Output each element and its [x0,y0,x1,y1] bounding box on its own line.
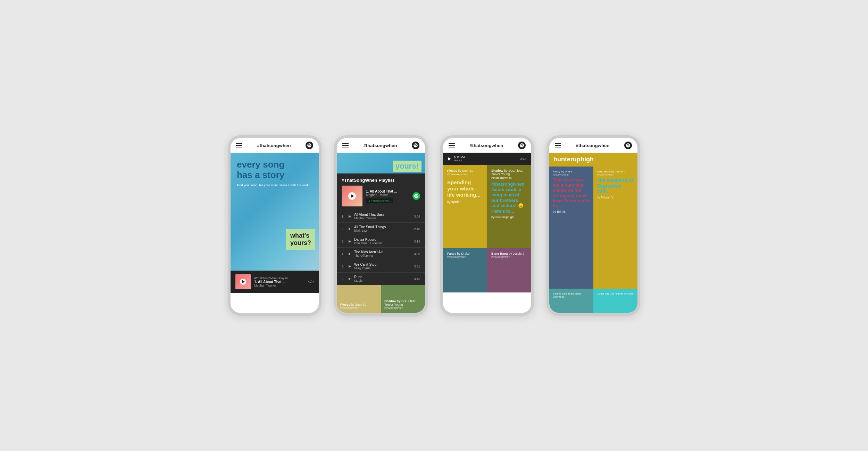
p4-bangbang-label: Bang Bang by Jessie J#thatsongwhen [597,170,634,176]
fancy-tag: #thatsongwhen [447,255,483,258]
phone1-header: #thatsongwhen [231,138,319,153]
whats-yours-text: what's yours? [290,232,311,247]
app-title-1: #thatsongwhen [257,143,291,148]
phone4-grid: Fancy by Drake#thatsongwhen Take Care wa… [549,167,637,313]
phone-4: #thatsongwhen hunteruphigh Fancy by Drak… [546,135,640,316]
track-row-5[interactable]: 5. We Can't Stop Miley Cyrus 3:51 [337,260,425,272]
featured-song: 1. All About That ... [366,189,409,193]
playlist-song-1: 1. All About That ... [254,280,304,284]
phone4-content: hunteruphigh Fancy by Drake#thatsongwhen… [549,153,637,313]
hamburger-menu-1[interactable] [236,143,242,147]
np-song: 6. Rude [454,155,517,159]
featured-play-icon [351,194,354,198]
p4-smells-label: Smells Like Teen Spirit - Boombox [553,292,590,298]
p4-cell-fancy[interactable]: Fancy by Drake#thatsongwhen Take Care wa… [549,167,593,289]
np-info: 6. Rude Magic! [454,155,517,162]
np-play-icon [448,157,451,161]
grid-cell-pieces[interactable]: Pieces by Sum 41#thatsongwhen Spending y… [443,165,487,248]
shadow-by: by hunteruphigh [491,215,527,219]
phone2-featured-track: 1. All About That ... Meghan Trainor ♫ #… [337,186,425,210]
p4-cell-comeget[interactable]: Come On Get Higher by Matt [593,289,637,313]
app-title-2: #thatsongwhen [363,143,397,148]
app-title-4: #thatsongwhen [576,143,609,148]
featured-info: 1. All About That ... Meghan Trainor ♫ #… [366,189,409,203]
whats-yours-cta[interactable]: what's yours? [286,229,315,250]
track-row-4[interactable]: 4. The Kids Aren't Alri... The Offspring… [337,247,425,260]
code-icon-1[interactable]: </> [308,279,314,284]
np-artist: Magic! [454,159,517,162]
shadow-song-label: Shadow by SOJA feat. Trevor Young#thatso… [491,169,527,179]
bottom-tile-shadow-tag: #thatsongwhen [384,306,422,309]
p4-takecare-text: Take Care was the album that mentored me… [553,178,590,209]
bottom-tile-shadow-song: Shadow by SOJA feat. Trevor Young [384,299,422,306]
p4-september-text: The weekend of September 12th... [597,178,634,194]
app-title-3: #thatsongwhen [469,143,503,148]
np-duration: 3:45 [520,157,526,161]
p4-cell-bangbang[interactable]: Bang Bang by Jessie J#thatsongwhen The w… [593,167,637,289]
phone4-header: #thatsongwhen [549,138,637,153]
phone4-username-banner: hunteruphigh [549,153,637,167]
pieces-story-text: Spending your whole life working... [447,179,483,198]
playlist-label-1: #ThatSongWhen Playlist [254,276,304,280]
phone-2: #thatsongwhen yours! #ThatSongWhen Playl… [334,135,428,316]
phone2-playlist-panel: #ThatSongWhen Playlist 1. All About That… [337,173,425,285]
play-triangle-1 [242,280,245,283]
phone3-grid: Pieces by Sum 41#thatsongwhen Spending y… [443,165,531,313]
grid-cell-fancy[interactable]: Fancy by Drake #thatsongwhen [443,248,487,292]
p4-fancy-label: Fancy by Drake#thatsongwhen [553,170,590,176]
fancy-song-label: Fancy by Drake [447,252,483,255]
bangbang-song-label: Bang Bang by Jessie J [491,252,527,255]
phone1-playlist-bar[interactable]: #ThatSongWhen Playlist 1. All About That… [231,271,319,293]
phone-3: #thatsongwhen 6. Rude Magic! 3:45 [440,135,534,316]
grid-cell-shadow[interactable]: Shadow by SOJA feat. Trevor Young#thatso… [487,165,531,248]
phone2-bottom-tiles: Pieces by Sum 41 #thatsongwhen Shadow by… [337,285,425,313]
pieces-song-label: Pieces by Sum 41#thatsongwhen [447,169,483,176]
hamburger-menu-2[interactable] [342,143,349,147]
hero-subtitle-1: Find your song, tell your story, share i… [237,183,312,188]
p4-comeget-label: Come On Get Higher by Matt [597,292,634,295]
phone4-username: hunteruphigh [553,156,633,163]
bottom-tile-pieces[interactable]: Pieces by Sum 41 #thatsongwhen [337,285,381,313]
spotify-icon-2[interactable] [412,142,419,149]
phone2-header: #thatsongwhen [337,138,425,153]
hamburger-menu-4[interactable] [555,143,561,147]
grid-cell-bangbang[interactable]: Bang Bang by Jessie J #thatsongwhen [487,248,531,292]
playlist-panel-title: #ThatSongWhen Playlist [337,173,425,186]
spotify-icon-1[interactable] [306,142,313,149]
shadow-story-text: #thatsongwhen Jacob wrote a song to all … [491,181,527,214]
spotify-icon-3[interactable] [518,142,526,149]
featured-album-art [342,186,362,206]
phone2-hero-text: yours! [393,161,422,172]
bottom-tile-shadow[interactable]: Shadow by SOJA feat. Trevor Young #thats… [381,285,425,313]
spotify-green-icon[interactable] [412,192,420,200]
phone2-content: yours! #ThatSongWhen Playlist 1. All Abo… [337,153,425,313]
bottom-tile-pieces-song: Pieces by Sum 41 [340,303,377,306]
phone-1: #thatsongwhen every song has a story Fin… [228,135,322,316]
featured-play-btn[interactable] [348,192,356,200]
hashtag-badge: ♫ #ThatSongWh... [366,198,393,203]
bottom-tile-pieces-tag: #thatsongwhen [340,306,377,309]
playlist-artist-1: Meghan Trainor [254,284,304,287]
phone3-header: #thatsongwhen [443,138,531,153]
phone3-nowplaying: 6. Rude Magic! 3:45 [443,153,531,165]
phone1-hero: every song has a story Find your song, t… [231,153,319,271]
play-button-1[interactable] [240,279,246,285]
track-row-3[interactable]: 3. Danza Kuduro Don Omar, Lucenzo 3:19 [337,235,425,247]
spotify-icon-4[interactable] [624,142,632,149]
hero-title-1: every song has a story [237,160,292,180]
phone1-content: every song has a story Find your song, t… [231,153,319,313]
p4-megan-by: by Megan V. [597,196,634,199]
phone3-content: 6. Rude Magic! 3:45 Pieces by Sum 41#tha… [443,153,531,313]
scene: #thatsongwhen every song has a story Fin… [200,114,668,337]
pieces-by: by frprden [447,200,483,204]
hamburger-menu-3[interactable] [449,143,455,147]
p4-erin-by: by Erin B. [553,210,590,213]
track-row-1[interactable]: 1. All About That Bass Meghan Trainor 3:… [337,210,425,222]
bangbang-tag: #thatsongwhen [491,255,527,258]
p4-cell-smells[interactable]: Smells Like Teen Spirit - Boombox [549,289,593,313]
featured-artist: Meghan Trainor [366,193,409,197]
track-row-6[interactable]: 6. Rude Magic! 3:45 [337,272,425,285]
playlist-thumb-1 [235,274,251,289]
track-row-2[interactable]: 2. All The Small Things blink-182 2:48 [337,222,425,235]
playlist-info-1: #ThatSongWhen Playlist 1. All About That… [254,276,304,287]
